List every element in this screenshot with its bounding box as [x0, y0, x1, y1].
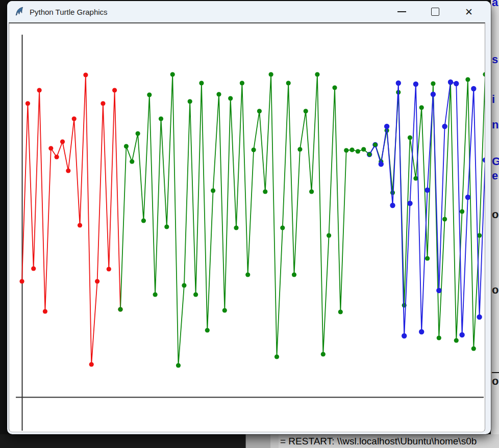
green-series-marker	[297, 147, 302, 151]
blue-series-marker	[425, 188, 430, 193]
desktop-gap	[0, 434, 245, 448]
green-series-marker	[483, 72, 485, 76]
red-series-marker	[107, 267, 111, 271]
turtle-drawing	[9, 23, 485, 432]
blue-series-marker	[413, 82, 418, 87]
blue-series-marker	[390, 203, 395, 208]
green-series-marker	[356, 149, 360, 153]
blue-series-line	[369, 82, 485, 336]
minimize-icon	[397, 11, 406, 12]
green-series-marker	[176, 363, 181, 367]
maximize-button[interactable]	[418, 1, 452, 22]
green-series-marker	[118, 307, 122, 311]
green-series-marker	[147, 92, 152, 97]
green-series-marker	[245, 272, 250, 277]
blue-series-marker	[407, 201, 412, 206]
green-series-marker	[269, 72, 273, 76]
green-series-marker	[182, 283, 186, 287]
green-series-marker	[216, 92, 221, 96]
red-series-line	[22, 75, 120, 364]
blue-series-marker	[402, 333, 407, 338]
background-margin	[270, 434, 279, 448]
background-text-fragment: o	[492, 375, 498, 388]
green-series-marker	[327, 233, 331, 238]
red-series-marker	[48, 146, 53, 150]
green-series-marker	[263, 189, 267, 194]
green-series-marker	[304, 109, 308, 113]
red-series-marker	[83, 72, 88, 77]
blue-series-marker	[384, 124, 389, 129]
green-series-marker	[228, 96, 233, 100]
green-series-marker	[222, 308, 227, 312]
blue-series-marker	[379, 162, 384, 167]
green-over-blue-dots	[373, 143, 377, 147]
background-text-fragment: o	[492, 208, 498, 221]
green-series-marker	[408, 135, 412, 140]
green-series-marker	[315, 72, 319, 76]
close-icon: ✕	[465, 7, 473, 17]
blue-series-marker	[431, 92, 436, 97]
blue-series-marker	[396, 81, 401, 86]
background-text-fragment: n	[492, 118, 498, 131]
green-series-marker	[332, 85, 337, 90]
green-series-marker	[130, 159, 134, 164]
green-series-marker	[275, 354, 279, 359]
green-series-marker	[252, 147, 256, 152]
green-series-marker	[124, 144, 129, 148]
python-turtle-window: Python Turtle Graphics ✕	[7, 1, 491, 434]
blue-series-marker	[442, 124, 447, 129]
background-text-fragment: e	[492, 169, 498, 182]
background-window-right-edge: asinGeoo—o	[491, 0, 499, 434]
green-series-marker	[205, 328, 210, 332]
tk-feather-icon	[14, 7, 24, 17]
blue-series-marker	[448, 80, 453, 85]
red-series-marker	[43, 309, 47, 313]
green-series-marker	[234, 225, 238, 230]
blue-series-marker	[465, 195, 470, 200]
blue-series-marker	[454, 81, 459, 86]
blue-series-marker	[471, 86, 476, 91]
maximize-icon	[431, 8, 439, 16]
blue-series-marker	[459, 332, 464, 337]
red-series-marker	[101, 101, 105, 106]
green-series-marker	[350, 147, 354, 152]
red-series-marker	[31, 266, 36, 271]
background-text-fragment: s	[492, 53, 498, 66]
red-series-marker	[72, 116, 77, 121]
red-series-marker	[60, 139, 65, 144]
close-button[interactable]: ✕	[452, 1, 486, 22]
blue-series-marker	[436, 288, 441, 293]
red-series-marker	[26, 101, 30, 106]
green-series-line	[120, 74, 485, 365]
titlebar[interactable]: Python Turtle Graphics ✕	[7, 1, 491, 22]
green-series-marker	[257, 109, 262, 113]
green-series-marker	[361, 147, 366, 151]
background-text-fragment: a	[492, 0, 498, 9]
shell-restart-line: = RESTART: \\wsl.localhost\Ubuntu\home\s…	[279, 434, 499, 448]
green-series-marker	[425, 256, 430, 260]
green-series-marker	[280, 225, 285, 230]
background-scrollbar[interactable]	[245, 434, 270, 448]
background-text-fragment: G	[492, 155, 499, 168]
background-text-fragment: o	[492, 283, 498, 297]
green-series-marker	[164, 224, 169, 229]
green-series-marker	[193, 292, 198, 297]
green-series-marker	[240, 81, 244, 85]
green-series-marker	[338, 309, 343, 314]
blue-series-marker	[483, 157, 485, 163]
green-series-marker	[460, 209, 464, 214]
red-series-marker	[37, 88, 42, 92]
green-series-marker	[419, 105, 424, 110]
green-series-marker	[390, 190, 395, 195]
green-series-marker	[292, 272, 296, 277]
green-series-marker	[344, 148, 348, 152]
green-series-marker	[442, 217, 447, 221]
green-series-marker	[437, 335, 441, 340]
minimize-button[interactable]	[385, 1, 418, 22]
green-series-marker	[199, 81, 204, 85]
background-text-fragment: i	[492, 93, 495, 106]
blue-series-marker	[477, 314, 482, 320]
green-series-marker	[413, 176, 418, 180]
green-series-marker	[454, 338, 459, 342]
red-series-marker	[89, 362, 94, 366]
